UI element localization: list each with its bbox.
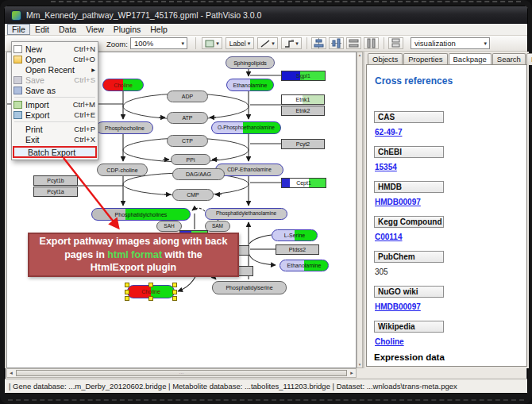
insert-label-button[interactable]: Label ▾ xyxy=(226,37,254,49)
pathway-node-atp[interactable]: ATP xyxy=(167,112,208,124)
pathway-node-sphingolipids[interactable]: Sphingolipids xyxy=(226,56,275,69)
pathway-node-pcyt1b[interactable]: Pcyt1b xyxy=(33,175,78,186)
selection-handle[interactable] xyxy=(172,283,177,287)
distribute-horizontal-button[interactable] xyxy=(346,37,361,49)
file-menu-item-save-as[interactable]: Save as xyxy=(12,85,98,95)
align-center-icon xyxy=(314,38,324,48)
menu-item-shortcut: Ctrl+P xyxy=(74,125,95,133)
scroll-left-icon[interactable]: ◂ xyxy=(7,370,15,376)
pathway-node-phosphocholine[interactable]: Phosphocholine xyxy=(96,121,153,134)
pathway-node-o-phosphoethanolamine[interactable]: O-Phosphoethanolamine xyxy=(211,121,281,134)
tab-backpage[interactable]: Backpage xyxy=(449,53,492,65)
sidebar-tabs: ObjectsPropertiesBackpageSearchLegend xyxy=(368,53,532,65)
menu-item-label: Open xyxy=(25,55,71,64)
file-menu-item-new[interactable]: NewCtrl+N xyxy=(12,44,98,54)
window-title: Mm_Kennedy_pathway_WP1771_45176.gpml - P… xyxy=(26,10,261,20)
menubar-item-edit[interactable]: Edit xyxy=(30,24,54,35)
pathway-node-ppi[interactable]: PPi xyxy=(171,154,210,165)
xref-link[interactable]: Choline xyxy=(375,337,404,346)
connector-icon xyxy=(284,40,294,48)
pathway-node-phosphatidylcholines[interactable]: Phosphatidylcholines xyxy=(91,208,191,221)
file-menu-item-exit[interactable]: ExitCtrl+X xyxy=(12,134,98,144)
menu-bar: FileEditDataViewPluginsHelp xyxy=(5,24,527,36)
selection-handle[interactable] xyxy=(125,296,129,301)
blank-icon xyxy=(13,66,22,74)
scrollbar-thumb[interactable]: ··· xyxy=(16,370,347,376)
file-menu-item-batch-export[interactable]: Batch Export xyxy=(13,146,97,158)
file-menu-item-open[interactable]: OpenCtrl+O xyxy=(12,54,98,64)
insert-line-button[interactable]: ▾ xyxy=(257,37,278,49)
pathway-node-ethanolamine-bottom[interactable]: Ethanolamine xyxy=(279,260,329,271)
pathway-node-cdp-ethanolamine[interactable]: CDP-Ethanolamine xyxy=(215,164,283,176)
vertical-scrollbar[interactable]: ▴ ▾ xyxy=(357,52,363,368)
scroll-right-icon[interactable]: ▸ xyxy=(348,370,356,376)
xref-link[interactable]: C00114 xyxy=(375,233,402,241)
file-menu-item-save[interactable]: SaveCtrl+S xyxy=(12,75,98,85)
selection-handle[interactable] xyxy=(148,283,153,287)
pathway-node-ethanolamine-top[interactable]: Ethanolamine xyxy=(226,79,274,91)
scroll-down-icon[interactable]: ▾ xyxy=(357,363,362,367)
pathway-node-choline-top[interactable]: Choline xyxy=(102,79,144,91)
pathway-node-etnk2[interactable]: Etnk2 xyxy=(281,106,325,116)
file-menu-item-print[interactable]: PrintCtrl+P xyxy=(12,124,98,134)
menubar-item-view[interactable]: View xyxy=(81,24,109,35)
selection-handle[interactable] xyxy=(125,283,129,287)
pathway-node-adp[interactable]: ADP xyxy=(167,90,208,102)
insert-datanode-button[interactable]: ▾ xyxy=(202,37,222,49)
xref-link[interactable]: 62-49-7 xyxy=(375,128,402,137)
xref-section-header: Kegg Compound xyxy=(374,216,444,228)
pathway-node-ptdss2[interactable]: Ptdss2 xyxy=(276,244,319,255)
frame-dashed-bottom xyxy=(8,399,524,401)
file-menu-item-open-recent[interactable]: Open Recent▸ xyxy=(12,64,98,75)
zoom-combobox[interactable]: 100% ▾ xyxy=(130,37,187,49)
pathway-node-pcyt2[interactable]: Pcyt2 xyxy=(281,139,325,149)
menubar-item-help[interactable]: Help xyxy=(145,24,172,35)
pathway-node-cdp-choline[interactable]: CDP-choline xyxy=(97,164,148,176)
pathway-node-cept1[interactable]: Cept1 xyxy=(281,178,326,188)
xref-link[interactable]: 15354 xyxy=(375,163,397,171)
menubar-item-file[interactable]: File xyxy=(7,24,30,35)
pathvisio-window: Mm_Kennedy_pathway_WP1771_45176.gpml - P… xyxy=(4,6,528,394)
pathway-node-ctp[interactable]: CTP xyxy=(167,135,208,147)
align-center-button[interactable] xyxy=(311,37,326,49)
stack-icon xyxy=(391,38,401,48)
pathway-node-phosphatidylserine[interactable]: Phosphatidylserine xyxy=(212,281,287,294)
menubar-item-plugins[interactable]: Plugins xyxy=(109,24,145,35)
horizontal-scrollbar[interactable]: ◂ ··· ▸ xyxy=(6,368,357,378)
pathway-node-etnk1[interactable]: Etnk1 xyxy=(281,94,325,105)
tab-search[interactable]: Search xyxy=(492,53,526,65)
pathway-node-dag-aag[interactable]: DAG/AAG xyxy=(172,168,225,180)
menubar-item-data[interactable]: Data xyxy=(54,24,81,35)
status-text: | Gene database: ...m_Derby_20120602.bri… xyxy=(9,382,457,391)
xref-link[interactable]: HMDB00097 xyxy=(375,302,421,311)
pathway-node-pcyt1a[interactable]: Pcyt1a xyxy=(33,187,78,197)
tab-legend[interactable]: Legend xyxy=(526,53,532,65)
menu-separator xyxy=(14,97,95,98)
file-menu-item-import[interactable]: ImportCtrl+M xyxy=(12,99,98,110)
pathway-node-sam[interactable]: SAM xyxy=(205,221,230,232)
selection-handle[interactable] xyxy=(125,290,129,294)
menu-item-label: Exit xyxy=(25,135,71,144)
xref-section-header: NuGO wiki xyxy=(374,286,444,298)
pathway-node-sgpl1[interactable]: Sgpl1 xyxy=(281,71,326,81)
selection-handle[interactable] xyxy=(172,290,177,294)
visualization-combobox[interactable]: visualization ▾ xyxy=(411,37,490,49)
selection-handle[interactable] xyxy=(148,296,153,301)
pathway-node-l-serine[interactable]: L-Serine xyxy=(272,229,318,241)
pathway-node-sah[interactable]: SAH xyxy=(156,221,182,232)
tab-objects[interactable]: Objects xyxy=(368,53,403,65)
scroll-up-icon[interactable]: ▴ xyxy=(357,53,362,57)
pathway-node-phosphatidylethanolamine[interactable]: Phosphatidylethanolamine xyxy=(205,208,287,220)
distribute-vertical-button[interactable] xyxy=(364,37,379,49)
insert-connector-button[interactable]: ▾ xyxy=(281,37,302,49)
xref-link[interactable]: HMDB00097 xyxy=(375,198,421,206)
screenshot-frame: Mm_Kennedy_pathway_WP1771_45176.gpml - P… xyxy=(0,0,532,404)
selection-handle[interactable] xyxy=(172,296,177,301)
stack-button[interactable] xyxy=(388,37,403,49)
file-menu-item-export[interactable]: ExportCtrl+E xyxy=(12,110,98,120)
tab-properties[interactable]: Properties xyxy=(403,53,447,65)
import-icon xyxy=(13,101,22,109)
export-icon xyxy=(13,111,22,119)
pathway-node-cmp[interactable]: CMP xyxy=(172,189,214,201)
align-middle-button[interactable] xyxy=(329,37,344,49)
